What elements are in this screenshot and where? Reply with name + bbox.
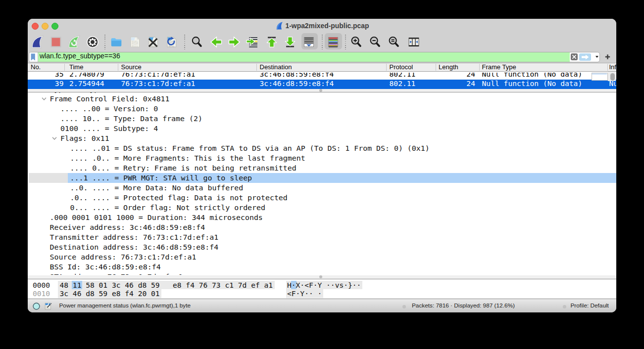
go-top-icon[interactable] (265, 36, 278, 48)
wireshark-fin-icon[interactable] (31, 36, 44, 48)
column-divider[interactable] (479, 64, 480, 71)
find-icon[interactable] (191, 36, 203, 48)
display-filter-field[interactable]: wlan.fc.type_subtype==36 (29, 52, 600, 62)
zoom-reset-icon[interactable] (388, 36, 400, 48)
detail-row[interactable]: Transmitter address: 76:73:c1:7d:ef:a1 (28, 232, 616, 242)
filter-add-button[interactable] (602, 52, 613, 62)
detail-row[interactable]: .... 0... = Retry: Frame is not being re… (28, 163, 616, 173)
splitter-details-bytes[interactable] (28, 275, 616, 279)
packet-row-39[interactable]: 392.75494476:73:c1:7d:ef:a13c:46:d8:59:e… (28, 80, 616, 89)
detail-row[interactable]: Flags: 0x11 (28, 133, 616, 143)
filter-dropdown-chevron[interactable] (595, 56, 598, 58)
detail-row[interactable]: .000 0001 0101 1000 = Duration: 344 micr… (28, 213, 616, 222)
detail-text: .... ..01 = DS status: Frame from STA to… (70, 143, 430, 153)
column-header-destination[interactable]: Destination (260, 63, 292, 72)
packet-cell-destination: 3c:46:d8:59:e8:f4 (260, 80, 334, 88)
column-header-protocol[interactable]: Protocol (390, 63, 413, 72)
restart-fin-icon[interactable] (68, 36, 81, 48)
close-file-icon[interactable]: 010101100111 (147, 36, 160, 48)
zoom-out-icon[interactable] (369, 36, 382, 48)
zoom-window-button[interactable] (51, 23, 58, 30)
detail-row[interactable]: Frame Control Field: 0x4811 (28, 94, 616, 104)
profile-text[interactable]: Profile: Default (571, 299, 609, 312)
colorize-icon[interactable] (327, 36, 340, 48)
packet-list-header[interactable]: No.TimeSourceDestinationProtocolLengthFr… (28, 63, 616, 72)
splitter-grip (319, 89, 322, 92)
column-header-time[interactable]: Time (69, 63, 83, 72)
bytes-line[interactable]: 00103c 46 d8 59 e8 f4 20 01<F·Y·· · (28, 289, 616, 298)
back-arrow-icon[interactable] (210, 36, 223, 48)
detail-text: Frame Control Field: 0x4811 (50, 94, 170, 104)
packet-cell-time: 2.748079 (69, 73, 104, 79)
close-window-button[interactable] (32, 23, 39, 30)
reload-file-icon[interactable]: 010101100111 (165, 36, 178, 48)
window-chrome: 1-wpa2mixed-public.pcap 0101011001110101… (28, 19, 616, 63)
hex-bytes-left: 48 11 58 01 3c 46 d8 59 (60, 281, 160, 290)
filter-clear-button[interactable] (571, 53, 578, 60)
save-file-icon[interactable]: 010101100111 (129, 36, 142, 48)
hex-bytes-right: e8 f4 76 73 c1 7d ef a1 (173, 281, 273, 290)
column-header-source[interactable]: Source (121, 63, 142, 72)
toolbar-separator (345, 35, 346, 49)
packet-details-tree[interactable]: Type/Subtype: Null function (No data) (0… (28, 92, 616, 275)
forward-arrow-icon[interactable] (228, 36, 241, 48)
stop-icon[interactable] (50, 36, 62, 48)
packet-bytes-pane[interactable]: 000048 11 58 01 3c 46 d8 59e8 f4 76 73 c… (28, 279, 616, 299)
filter-input[interactable]: wlan.fc.type_subtype==36 (40, 52, 120, 61)
packet-cell-frame_type: Null function (No data) (482, 73, 583, 79)
go-bottom-icon[interactable] (284, 36, 297, 48)
column-divider[interactable] (386, 64, 387, 71)
packet-row-35[interactable]: 352.74807976:73:c1:7d:ef:a13c:46:d8:59:e… (28, 73, 616, 80)
expander-chevron-icon[interactable] (42, 96, 47, 101)
title-bar[interactable]: 1-wpa2mixed-public.pcap (28, 19, 616, 33)
detail-row[interactable]: .... 10.. = Type: Data frame (2) (28, 114, 616, 124)
packet-cell-protocol: 802.11 (390, 73, 416, 79)
expert-info-icon[interactable] (33, 303, 40, 310)
detail-row[interactable]: 0100 .... = Subtype: 4 (28, 124, 616, 133)
minimize-window-button[interactable] (42, 23, 49, 30)
column-header-frame-type[interactable]: Frame Type (482, 63, 516, 72)
detail-text: .... 10.. = Type: Data frame (2) (60, 114, 202, 124)
goto-packet-icon[interactable] (246, 36, 259, 48)
detail-row[interactable]: .... ..00 = Version: 0 (28, 104, 616, 114)
packet-list[interactable]: 352.74807976:73:c1:7d:ef:a13c:46:d8:59:e… (28, 72, 616, 89)
detail-row[interactable]: ...1 .... = PWR MGT: STA will go to slee… (28, 173, 616, 183)
detail-row[interactable]: .... ..01 = DS status: Frame from STA to… (28, 143, 616, 153)
detail-text: Receiver address: 3c:46:d8:59:e8:f4 (50, 222, 205, 232)
bytes-line[interactable]: 000048 11 58 01 3c 46 d8 59e8 f4 76 73 c… (28, 281, 616, 290)
column-divider[interactable] (118, 64, 118, 71)
column-divider[interactable] (436, 64, 436, 71)
autoscroll-icon[interactable] (302, 36, 315, 48)
column-divider[interactable] (64, 64, 65, 71)
filter-apply-button[interactable] (579, 53, 591, 61)
column-header-no-[interactable]: No. (31, 63, 41, 72)
column-divider[interactable] (256, 64, 257, 71)
detail-row[interactable]: Receiver address: 3c:46:d8:59:e8:f4 (28, 222, 616, 232)
ascii-bytes: H·X·<F·Y ··vs·}·· (287, 281, 361, 290)
detail-row[interactable]: 0... .... = Order flag: Not strictly ord… (28, 203, 616, 213)
detail-row[interactable]: Source address: 76:73:c1:7d:ef:a1 (28, 252, 616, 262)
packet-cell-frame_type: Null function (No data) (482, 80, 583, 88)
column-divider[interactable] (607, 64, 608, 71)
byte-offset: 0010 (33, 289, 50, 298)
detail-text: ..0. .... = More Data: No data buffered (70, 183, 244, 193)
resize-columns-icon[interactable] (407, 36, 420, 48)
detail-row[interactable]: .0.. .... = Protected flag: Data is not … (28, 193, 616, 203)
zoom-in-icon[interactable] (350, 36, 363, 48)
column-header-length[interactable]: Length (439, 63, 458, 72)
toolbar-separator (104, 35, 105, 49)
packet-list-scrollbar-thumb[interactable] (610, 73, 615, 81)
capture-comment-icon[interactable] (45, 303, 52, 310)
gear-icon[interactable] (86, 36, 99, 48)
toolbar-separator (184, 35, 185, 49)
column-header-inf[interactable]: Inf (609, 63, 616, 72)
clear-x-icon (571, 53, 578, 60)
detail-row[interactable]: .... .0.. = More Fragments: This is the … (28, 153, 616, 163)
folder-icon[interactable] (110, 36, 123, 48)
detail-row[interactable]: ..0. .... = More Data: No data buffered (28, 183, 616, 193)
detail-row[interactable]: BSS Id: 3c:46:d8:59:e8:f4 (28, 262, 616, 272)
expander-chevron-icon[interactable] (52, 136, 57, 141)
detail-row[interactable]: Destination address: 3c:46:d8:59:e8:f4 (28, 242, 616, 252)
filter-bookmark-button[interactable] (29, 52, 38, 62)
detail-row[interactable]: STA address: 76:73:c1:7d:ef:a1 (28, 272, 616, 275)
